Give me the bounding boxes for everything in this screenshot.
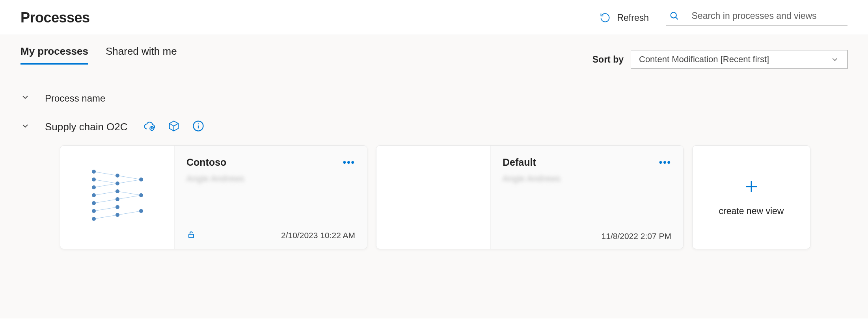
tab-shared-with-me[interactable]: Shared with me [106, 45, 177, 65]
group-title: Process name [45, 93, 105, 104]
create-new-view-label: create new view [719, 206, 784, 217]
view-card-footer: 2/10/2023 10:22 AM [186, 230, 355, 241]
svg-point-29 [115, 205, 119, 209]
process-map-thumbnail-icon [78, 164, 157, 231]
svg-point-25 [115, 174, 119, 178]
process-name[interactable]: Supply chain O2C [45, 121, 128, 133]
search-input[interactable] [691, 10, 844, 22]
sort-selected-value: Content Modification [Recent first] [639, 54, 769, 65]
view-card-title: Contoso [186, 157, 355, 168]
sort-control: Sort by Content Modification [Recent fir… [592, 50, 848, 69]
view-card-more-button[interactable]: ••• [659, 157, 671, 168]
content-top-row: My processes Shared with me Sort by Cont… [20, 45, 848, 69]
process-collapse-toggle[interactable] [20, 121, 30, 132]
view-card-footer: 11/8/2022 2:07 PM [503, 231, 671, 241]
view-card-date: 2/10/2023 10:22 AM [281, 231, 355, 240]
svg-point-28 [115, 197, 119, 201]
svg-point-31 [139, 178, 143, 181]
cloud-upload-icon[interactable] [143, 120, 155, 133]
view-card[interactable]: Contoso Angie Andrews ••• 2/10/2023 10:2… [60, 145, 367, 249]
view-thumbnail [60, 146, 175, 249]
svg-line-6 [94, 172, 117, 176]
svg-point-23 [92, 209, 96, 213]
page-header: Processes Refresh [0, 0, 868, 35]
svg-point-27 [115, 189, 119, 193]
search-icon [669, 10, 679, 21]
svg-point-0 [671, 12, 676, 18]
view-card-title: Default [503, 157, 671, 168]
svg-line-17 [117, 211, 141, 215]
svg-line-1 [676, 17, 678, 19]
svg-line-9 [94, 191, 117, 195]
svg-point-30 [115, 213, 119, 217]
refresh-button[interactable]: Refresh [600, 12, 649, 23]
process-group: Process name Supply chain O2C [20, 93, 848, 249]
svg-point-26 [115, 181, 119, 185]
svg-point-21 [92, 193, 96, 197]
svg-point-24 [92, 217, 96, 221]
view-card-meta: Contoso Angie Andrews ••• 2/10/2023 10:2… [175, 146, 367, 249]
sort-dropdown[interactable]: Content Modification [Recent first] [631, 50, 848, 69]
svg-line-16 [117, 195, 141, 199]
svg-point-5 [197, 123, 199, 124]
svg-point-19 [92, 178, 96, 181]
view-card-owner: Angie Andrews [186, 174, 355, 184]
chevron-down-icon [20, 121, 30, 131]
svg-point-32 [139, 193, 143, 197]
process-row: Supply chain O2C [20, 120, 848, 133]
tabs: My processes Shared with me [20, 45, 177, 65]
page-title: Processes [20, 9, 90, 26]
svg-point-33 [139, 209, 143, 213]
view-card-more-button[interactable]: ••• [343, 157, 355, 168]
package-icon[interactable] [168, 120, 180, 133]
refresh-icon [600, 12, 611, 23]
search-box[interactable] [666, 10, 848, 26]
svg-line-15 [117, 191, 141, 195]
refresh-label: Refresh [617, 13, 649, 23]
svg-line-14 [117, 180, 141, 183]
group-collapse-toggle[interactable] [20, 93, 30, 104]
svg-line-12 [94, 215, 117, 219]
plus-icon [743, 178, 760, 195]
view-thumbnail [376, 146, 491, 249]
view-card-owner: Angie Andrews [503, 174, 671, 184]
info-icon[interactable] [192, 120, 204, 133]
header-actions: Refresh [600, 10, 848, 26]
svg-point-18 [92, 170, 96, 174]
svg-line-10 [94, 199, 117, 203]
lock-icon [186, 230, 196, 241]
view-cards: Contoso Angie Andrews ••• 2/10/2023 10:2… [60, 145, 848, 249]
svg-line-11 [94, 207, 117, 211]
group-header: Process name [20, 93, 848, 104]
svg-point-20 [92, 185, 96, 189]
svg-line-8 [94, 183, 117, 187]
view-card[interactable]: Default Angie Andrews ••• 11/8/2022 2:07… [376, 145, 684, 249]
tab-my-processes[interactable]: My processes [20, 45, 88, 65]
view-card-date: 11/8/2022 2:07 PM [602, 231, 671, 241]
svg-rect-34 [189, 234, 194, 238]
content-area: My processes Shared with me Sort by Cont… [0, 35, 868, 318]
svg-line-13 [117, 176, 141, 180]
sort-label: Sort by [592, 54, 624, 65]
view-card-meta: Default Angie Andrews ••• 11/8/2022 2:07… [491, 146, 683, 249]
svg-line-7 [94, 180, 117, 183]
chevron-down-icon [20, 93, 30, 102]
chevron-down-icon [831, 55, 839, 64]
create-new-view-button[interactable]: create new view [692, 145, 810, 249]
svg-point-22 [92, 201, 96, 205]
